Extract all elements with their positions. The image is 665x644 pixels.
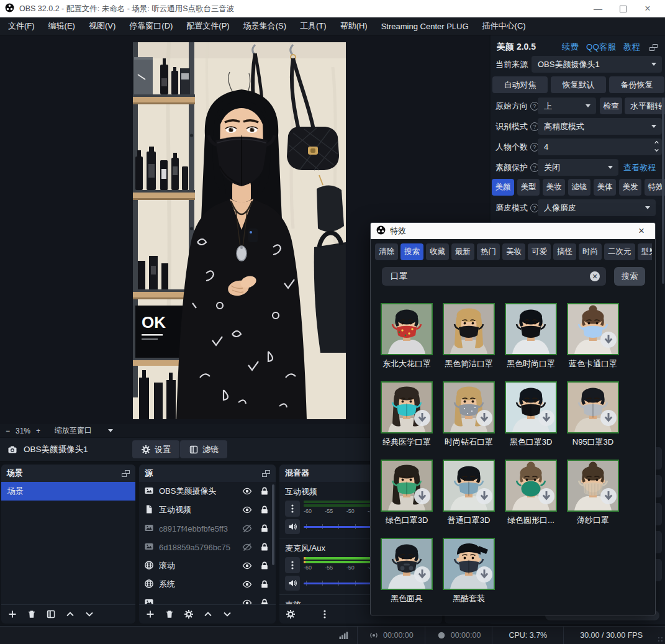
advanced-audio-button[interactable] xyxy=(283,607,298,622)
source-row[interactable]: 互动视频 xyxy=(139,501,276,519)
effect-card[interactable]: 绿色口罩3D xyxy=(381,460,433,526)
beauty-tab-美型[interactable]: 美型 xyxy=(517,179,540,196)
effect-thumbnail[interactable] xyxy=(443,303,495,355)
menu-item-3[interactable]: 停靠窗口(D) xyxy=(122,17,179,35)
move-scene-up-button[interactable] xyxy=(63,607,78,622)
beauty-link-1[interactable]: QQ客服 xyxy=(586,42,616,53)
effect-thumbnail[interactable] xyxy=(505,303,557,355)
menu-item-9[interactable]: 插件中心(C) xyxy=(476,17,533,35)
download-icon[interactable] xyxy=(538,410,554,426)
zoom-fit-caret-icon[interactable] xyxy=(108,429,113,432)
effects-tab-清除[interactable]: 清除 xyxy=(375,243,398,260)
visibility-toggle-eye-icon[interactable] xyxy=(241,504,253,516)
effects-tab-热门[interactable]: 热门 xyxy=(477,243,500,260)
effect-thumbnail[interactable] xyxy=(505,460,557,512)
effect-card[interactable]: 时尚钻石口罩 xyxy=(443,381,495,448)
search-button[interactable]: 搜索 xyxy=(614,267,645,286)
source-settings-button[interactable]: 设置 xyxy=(132,440,179,458)
effect-thumbnail[interactable] xyxy=(443,460,495,512)
lock-icon[interactable] xyxy=(258,578,271,591)
lock-icon[interactable] xyxy=(258,560,271,572)
effect-card[interactable]: 经典医学口罩 xyxy=(381,381,433,448)
zoom-fit-select[interactable]: 缩放至窗口 xyxy=(55,425,92,436)
effect-card[interactable]: 蓝色卡通口罩 xyxy=(567,303,619,370)
effect-card[interactable]: 黑色时尚口罩 xyxy=(505,303,557,370)
maximize-button[interactable] xyxy=(610,1,635,17)
menu-item-8[interactable]: Streaming Center PLUG xyxy=(374,17,476,35)
zoom-out-button[interactable]: − xyxy=(0,427,16,435)
move-source-up-button[interactable] xyxy=(201,607,215,622)
download-icon[interactable] xyxy=(476,488,492,504)
effect-card[interactable]: 黑酷套装 xyxy=(443,538,495,604)
bare-face-protect-select[interactable]: 关闭 xyxy=(538,159,618,176)
menu-item-5[interactable]: 场景集合(S) xyxy=(237,17,293,35)
visibility-toggle-eye-off-icon[interactable] xyxy=(241,522,253,535)
menu-item-4[interactable]: 配置文件(P) xyxy=(179,17,236,35)
effect-card[interactable]: 东北大花口罩 xyxy=(381,303,433,370)
effects-tab-搜索[interactable]: 搜索 xyxy=(400,243,423,260)
channel-menu-button[interactable] xyxy=(285,501,300,517)
effect-thumbnail[interactable] xyxy=(381,303,433,355)
visibility-toggle-eye-icon[interactable] xyxy=(241,560,253,572)
resize-grip[interactable] xyxy=(658,637,663,642)
beauty-tab-美发[interactable]: 美发 xyxy=(619,179,641,196)
dialog-close-button[interactable]: × xyxy=(633,224,649,238)
lock-icon[interactable] xyxy=(258,504,271,516)
beauty-tab-美妆[interactable]: 美妆 xyxy=(543,179,565,196)
beauty-scrollbar[interactable] xyxy=(662,98,664,284)
remove-source-button[interactable] xyxy=(162,607,177,622)
visibility-toggle-eye-off-icon[interactable] xyxy=(241,541,253,553)
effect-card[interactable]: N95口罩3D xyxy=(567,381,619,448)
check-button[interactable]: 检查 xyxy=(600,98,622,114)
effect-thumbnail[interactable] xyxy=(443,538,495,590)
effects-tab-可爱[interactable]: 可爱 xyxy=(528,243,551,260)
effects-tab-搞怪[interactable]: 搞怪 xyxy=(553,243,576,260)
beauty-tab-美体[interactable]: 美体 xyxy=(594,179,616,196)
menu-item-0[interactable]: 文件(F) xyxy=(1,17,42,35)
source-row[interactable]: c8917f4ebbfbfe5ff3 xyxy=(139,519,276,538)
beauty-action-button-2[interactable]: 备份恢复 xyxy=(609,76,664,93)
effect-thumbnail[interactable] xyxy=(505,381,557,433)
beauty-link-2[interactable]: 教程 xyxy=(623,42,640,53)
remove-scene-button[interactable] xyxy=(24,607,39,622)
speaker-icon[interactable] xyxy=(285,519,300,534)
download-icon[interactable] xyxy=(600,410,617,426)
source-row[interactable] xyxy=(139,594,276,604)
move-scene-down-button[interactable] xyxy=(82,607,97,622)
beauty-action-button-1[interactable]: 恢复默认 xyxy=(551,76,606,93)
download-icon[interactable] xyxy=(414,410,430,426)
source-row[interactable]: OBS美颜摄像头 xyxy=(139,482,276,501)
channel-menu-button[interactable] xyxy=(285,557,300,573)
lock-icon[interactable] xyxy=(258,541,271,553)
lock-icon[interactable] xyxy=(258,485,271,497)
effect-thumbnail[interactable] xyxy=(567,460,619,512)
effect-thumbnail[interactable] xyxy=(381,460,433,512)
sources-scrollbar[interactable] xyxy=(272,484,274,565)
stepper-up-icon[interactable] xyxy=(654,140,659,145)
effect-thumbnail[interactable] xyxy=(567,381,619,433)
zoom-in-button[interactable]: + xyxy=(30,427,46,435)
popout-icon[interactable] xyxy=(122,470,130,477)
effect-thumbnail[interactable] xyxy=(381,381,433,433)
source-row[interactable]: 6d18859a5796bc75 xyxy=(139,538,276,556)
menu-item-2[interactable]: 视图(V) xyxy=(82,17,122,35)
source-row[interactable]: 系统 xyxy=(139,575,276,594)
effects-tab-型男[interactable]: 型男 xyxy=(638,243,653,260)
minimize-button[interactable]: — xyxy=(586,1,610,17)
mixer-menu-button[interactable] xyxy=(317,607,332,622)
effect-thumbnail[interactable] xyxy=(381,538,433,590)
popout-icon[interactable] xyxy=(262,470,270,477)
scene-filters-button[interactable] xyxy=(43,607,58,622)
effects-tab-美妆[interactable]: 美妆 xyxy=(502,243,525,260)
speaker-icon[interactable] xyxy=(285,576,300,591)
add-scene-button[interactable] xyxy=(5,607,20,622)
lock-icon[interactable] xyxy=(258,522,271,535)
orientation-select[interactable]: 上 xyxy=(538,98,596,114)
menu-item-1[interactable]: 编辑(E) xyxy=(42,17,82,35)
effect-thumbnail[interactable] xyxy=(443,381,495,433)
popout-icon[interactable] xyxy=(649,44,658,51)
smooth-mode-select[interactable]: 人像磨皮 xyxy=(538,199,656,216)
beauty-tab-美颜[interactable]: 美颜 xyxy=(492,179,514,196)
download-icon[interactable] xyxy=(414,488,430,504)
move-source-down-button[interactable] xyxy=(220,607,235,622)
